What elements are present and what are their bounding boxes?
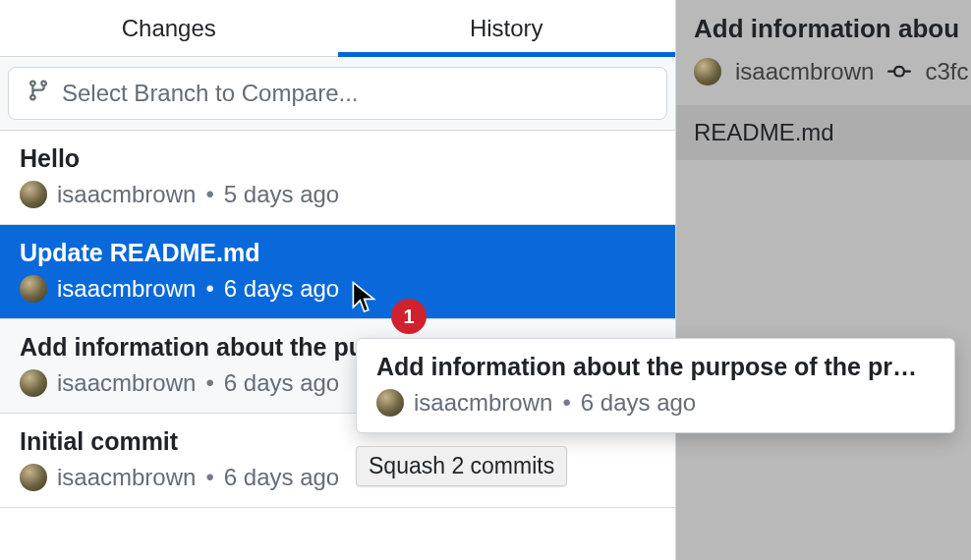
commit-meta: isaacmbrown • 5 days ago: [20, 181, 656, 208]
commit-item[interactable]: Hello isaacmbrown • 5 days ago: [0, 131, 675, 225]
detail-author: isaacmbrown: [735, 58, 874, 85]
tab-history-label: History: [470, 15, 543, 42]
commit-detail-pane: Add information abou isaacmbrown c3fc RE…: [676, 0, 971, 560]
avatar: [20, 181, 47, 208]
commit-detail-inner: Add information abou isaacmbrown c3fc: [676, 0, 971, 85]
detail-commit-meta: isaacmbrown c3fc: [694, 58, 953, 85]
commit-list: Hello isaacmbrown • 5 days ago Update RE…: [0, 131, 675, 508]
changed-file-name: README.md: [694, 119, 834, 145]
detail-sha: c3fc: [925, 58, 968, 85]
commit-title: Hello: [20, 144, 656, 173]
tab-changes[interactable]: Changes: [0, 0, 338, 56]
drag-count-value: 1: [403, 306, 414, 328]
tab-bar: Changes History: [0, 0, 675, 57]
separator-dot: •: [205, 369, 213, 397]
commit-author: isaacmbrown: [57, 464, 196, 491]
separator-dot: •: [562, 389, 570, 417]
commit-meta: isaacmbrown • 6 days ago: [20, 275, 656, 303]
commit-time: 6 days ago: [224, 369, 339, 397]
avatar: [694, 58, 721, 85]
avatar: [376, 389, 404, 417]
drag-commit-title: Add information about the purpose of the…: [376, 353, 935, 381]
avatar: [20, 275, 47, 303]
compare-branch-wrap: Select Branch to Compare...: [0, 57, 675, 131]
commit-item-selected[interactable]: Update README.md isaacmbrown • 6 days ag…: [0, 225, 675, 319]
tab-changes-label: Changes: [122, 15, 216, 42]
compare-branch-placeholder: Select Branch to Compare...: [62, 80, 358, 107]
commit-author: isaacmbrown: [57, 369, 196, 397]
avatar: [20, 464, 47, 491]
drag-commit-meta: isaacmbrown • 6 days ago: [376, 389, 935, 417]
drag-commit-card[interactable]: Add information about the purpose of the…: [356, 338, 955, 433]
avatar: [20, 369, 47, 397]
commit-sha-icon: [887, 60, 911, 84]
drag-count-badge: 1: [391, 299, 427, 334]
commit-time: 6 days ago: [224, 275, 339, 303]
compare-branch-select[interactable]: Select Branch to Compare...: [8, 67, 667, 120]
separator-dot: •: [205, 181, 213, 208]
drag-author: isaacmbrown: [414, 389, 552, 417]
separator-dot: •: [205, 275, 213, 303]
detail-commit-title: Add information abou: [694, 14, 953, 44]
separator-dot: •: [205, 464, 213, 491]
commit-title: Update README.md: [20, 239, 656, 267]
squash-tooltip-text: Squash 2 commits: [369, 453, 554, 478]
drag-time: 6 days ago: [581, 389, 696, 417]
commit-time: 5 days ago: [224, 181, 339, 208]
commit-author: isaacmbrown: [57, 181, 196, 208]
git-branch-icon: [27, 79, 50, 108]
commit-author: isaacmbrown: [57, 275, 196, 303]
changed-file-row[interactable]: README.md: [676, 105, 971, 160]
tab-history[interactable]: History: [338, 0, 676, 56]
history-sidebar: Changes History Select Branch to Compare…: [0, 0, 676, 560]
squash-tooltip: Squash 2 commits: [356, 446, 567, 486]
commit-time: 6 days ago: [224, 464, 339, 491]
